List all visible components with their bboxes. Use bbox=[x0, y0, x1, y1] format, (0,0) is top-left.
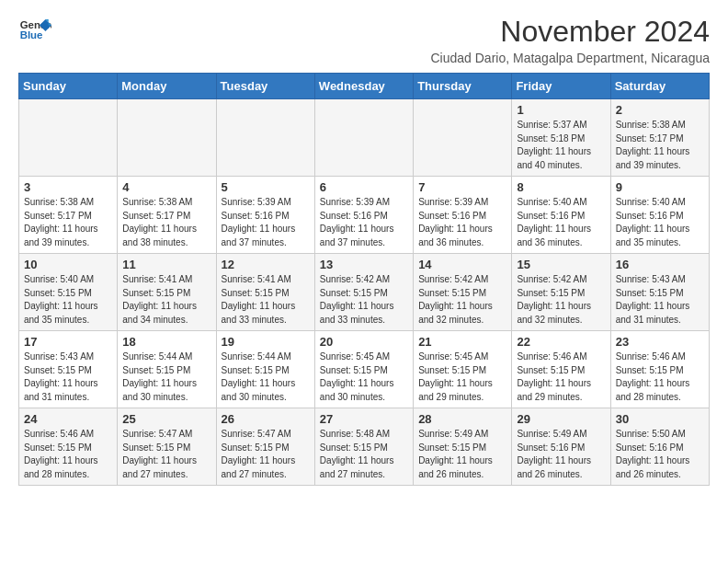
day-info: Sunrise: 5:42 AM Sunset: 5:15 PM Dayligh… bbox=[418, 273, 506, 327]
day-number: 29 bbox=[517, 412, 605, 426]
title-block: November 2024 Ciudad Dario, Matagalpa De… bbox=[431, 15, 711, 65]
day-info: Sunrise: 5:47 AM Sunset: 5:15 PM Dayligh… bbox=[122, 428, 210, 481]
calendar-cell: 21Sunrise: 5:45 AM Sunset: 5:15 PM Dayli… bbox=[414, 331, 512, 408]
day-number: 18 bbox=[122, 335, 210, 349]
day-info: Sunrise: 5:49 AM Sunset: 5:15 PM Dayligh… bbox=[418, 428, 506, 481]
calendar-cell: 8Sunrise: 5:40 AM Sunset: 5:16 PM Daylig… bbox=[512, 177, 610, 254]
calendar-body: 1Sunrise: 5:37 AM Sunset: 5:18 PM Daylig… bbox=[19, 99, 710, 486]
day-info: Sunrise: 5:39 AM Sunset: 5:16 PM Dayligh… bbox=[320, 196, 408, 249]
day-info: Sunrise: 5:38 AM Sunset: 5:17 PM Dayligh… bbox=[122, 196, 210, 249]
day-info: Sunrise: 5:40 AM Sunset: 5:16 PM Dayligh… bbox=[616, 196, 704, 249]
logo-icon: General Blue bbox=[18, 15, 51, 48]
day-info: Sunrise: 5:42 AM Sunset: 5:15 PM Dayligh… bbox=[320, 273, 408, 327]
calendar-cell: 13Sunrise: 5:42 AM Sunset: 5:15 PM Dayli… bbox=[314, 254, 413, 331]
logo: General Blue bbox=[18, 15, 55, 48]
header-row: Sunday Monday Tuesday Wednesday Thursday… bbox=[19, 74, 710, 99]
day-number: 3 bbox=[24, 180, 112, 194]
col-tuesday: Tuesday bbox=[216, 74, 314, 99]
day-info: Sunrise: 5:37 AM Sunset: 5:18 PM Dayligh… bbox=[517, 119, 605, 172]
calendar-cell: 30Sunrise: 5:50 AM Sunset: 5:16 PM Dayli… bbox=[610, 408, 709, 486]
col-wednesday: Wednesday bbox=[314, 74, 413, 99]
day-info: Sunrise: 5:45 AM Sunset: 5:15 PM Dayligh… bbox=[320, 350, 408, 404]
calendar-cell: 20Sunrise: 5:45 AM Sunset: 5:15 PM Dayli… bbox=[314, 331, 413, 408]
calendar-cell: 14Sunrise: 5:42 AM Sunset: 5:15 PM Dayli… bbox=[414, 254, 512, 331]
calendar-cell: 6Sunrise: 5:39 AM Sunset: 5:16 PM Daylig… bbox=[314, 177, 413, 254]
day-info: Sunrise: 5:39 AM Sunset: 5:16 PM Dayligh… bbox=[418, 196, 506, 249]
calendar-cell bbox=[314, 99, 413, 177]
calendar-cell: 28Sunrise: 5:49 AM Sunset: 5:15 PM Dayli… bbox=[414, 408, 512, 486]
day-number: 12 bbox=[222, 258, 310, 271]
day-info: Sunrise: 5:44 AM Sunset: 5:15 PM Dayligh… bbox=[222, 350, 310, 404]
day-number: 4 bbox=[122, 180, 210, 194]
day-number: 2 bbox=[616, 103, 704, 117]
calendar-cell bbox=[414, 99, 512, 177]
day-number: 11 bbox=[122, 258, 210, 271]
day-info: Sunrise: 5:46 AM Sunset: 5:15 PM Dayligh… bbox=[517, 350, 605, 404]
day-info: Sunrise: 5:43 AM Sunset: 5:15 PM Dayligh… bbox=[24, 350, 112, 404]
day-number: 19 bbox=[222, 335, 310, 349]
day-info: Sunrise: 5:48 AM Sunset: 5:15 PM Dayligh… bbox=[320, 428, 408, 481]
day-number: 15 bbox=[517, 258, 605, 271]
calendar-cell: 22Sunrise: 5:46 AM Sunset: 5:15 PM Dayli… bbox=[512, 331, 610, 408]
day-info: Sunrise: 5:38 AM Sunset: 5:17 PM Dayligh… bbox=[24, 196, 112, 249]
day-number: 25 bbox=[122, 412, 210, 426]
calendar-week-1: 1Sunrise: 5:37 AM Sunset: 5:18 PM Daylig… bbox=[19, 99, 710, 177]
calendar-week-5: 24Sunrise: 5:46 AM Sunset: 5:15 PM Dayli… bbox=[19, 408, 710, 486]
day-number: 14 bbox=[418, 258, 506, 271]
day-info: Sunrise: 5:50 AM Sunset: 5:16 PM Dayligh… bbox=[616, 428, 704, 481]
calendar-cell: 1Sunrise: 5:37 AM Sunset: 5:18 PM Daylig… bbox=[512, 99, 610, 177]
day-number: 30 bbox=[616, 412, 704, 426]
day-number: 24 bbox=[24, 412, 112, 426]
day-number: 22 bbox=[517, 335, 605, 349]
calendar-cell: 15Sunrise: 5:42 AM Sunset: 5:15 PM Dayli… bbox=[512, 254, 610, 331]
calendar-cell: 4Sunrise: 5:38 AM Sunset: 5:17 PM Daylig… bbox=[118, 177, 216, 254]
day-number: 1 bbox=[517, 103, 605, 117]
day-info: Sunrise: 5:42 AM Sunset: 5:15 PM Dayligh… bbox=[517, 273, 605, 327]
calendar-cell: 17Sunrise: 5:43 AM Sunset: 5:15 PM Dayli… bbox=[19, 331, 118, 408]
day-info: Sunrise: 5:41 AM Sunset: 5:15 PM Dayligh… bbox=[222, 273, 310, 327]
day-number: 26 bbox=[222, 412, 310, 426]
calendar-cell: 11Sunrise: 5:41 AM Sunset: 5:15 PM Dayli… bbox=[118, 254, 216, 331]
calendar-cell: 29Sunrise: 5:49 AM Sunset: 5:16 PM Dayli… bbox=[512, 408, 610, 486]
calendar-week-2: 3Sunrise: 5:38 AM Sunset: 5:17 PM Daylig… bbox=[19, 177, 710, 254]
calendar-cell: 18Sunrise: 5:44 AM Sunset: 5:15 PM Dayli… bbox=[118, 331, 216, 408]
calendar-cell bbox=[19, 99, 118, 177]
day-info: Sunrise: 5:38 AM Sunset: 5:17 PM Dayligh… bbox=[616, 119, 704, 172]
subtitle: Ciudad Dario, Matagalpa Department, Nica… bbox=[431, 51, 711, 65]
day-number: 17 bbox=[24, 335, 112, 349]
calendar-cell: 27Sunrise: 5:48 AM Sunset: 5:15 PM Dayli… bbox=[314, 408, 413, 486]
col-sunday: Sunday bbox=[19, 74, 118, 99]
header: General Blue November 2024 Ciudad Dario,… bbox=[18, 15, 710, 65]
calendar-cell: 12Sunrise: 5:41 AM Sunset: 5:15 PM Dayli… bbox=[216, 254, 314, 331]
day-number: 20 bbox=[320, 335, 408, 349]
calendar-cell: 10Sunrise: 5:40 AM Sunset: 5:15 PM Dayli… bbox=[19, 254, 118, 331]
day-number: 9 bbox=[616, 180, 704, 194]
day-number: 5 bbox=[222, 180, 310, 194]
calendar-cell: 7Sunrise: 5:39 AM Sunset: 5:16 PM Daylig… bbox=[414, 177, 512, 254]
day-info: Sunrise: 5:39 AM Sunset: 5:16 PM Dayligh… bbox=[222, 196, 310, 249]
calendar-cell bbox=[118, 99, 216, 177]
calendar-cell: 9Sunrise: 5:40 AM Sunset: 5:16 PM Daylig… bbox=[610, 177, 709, 254]
calendar-cell: 25Sunrise: 5:47 AM Sunset: 5:15 PM Dayli… bbox=[118, 408, 216, 486]
day-number: 27 bbox=[320, 412, 408, 426]
calendar-cell: 5Sunrise: 5:39 AM Sunset: 5:16 PM Daylig… bbox=[216, 177, 314, 254]
day-info: Sunrise: 5:40 AM Sunset: 5:16 PM Dayligh… bbox=[517, 196, 605, 249]
calendar: Sunday Monday Tuesday Wednesday Thursday… bbox=[18, 73, 710, 486]
calendar-week-3: 10Sunrise: 5:40 AM Sunset: 5:15 PM Dayli… bbox=[19, 254, 710, 331]
svg-text:Blue: Blue bbox=[20, 29, 43, 40]
calendar-cell: 16Sunrise: 5:43 AM Sunset: 5:15 PM Dayli… bbox=[610, 254, 709, 331]
col-thursday: Thursday bbox=[414, 74, 512, 99]
day-number: 16 bbox=[616, 258, 704, 271]
day-info: Sunrise: 5:46 AM Sunset: 5:15 PM Dayligh… bbox=[616, 350, 704, 404]
day-number: 23 bbox=[616, 335, 704, 349]
calendar-cell: 2Sunrise: 5:38 AM Sunset: 5:17 PM Daylig… bbox=[610, 99, 709, 177]
day-info: Sunrise: 5:43 AM Sunset: 5:15 PM Dayligh… bbox=[616, 273, 704, 327]
day-info: Sunrise: 5:46 AM Sunset: 5:15 PM Dayligh… bbox=[24, 428, 112, 481]
day-info: Sunrise: 5:41 AM Sunset: 5:15 PM Dayligh… bbox=[122, 273, 210, 327]
day-info: Sunrise: 5:49 AM Sunset: 5:16 PM Dayligh… bbox=[517, 428, 605, 481]
day-number: 21 bbox=[418, 335, 506, 349]
calendar-cell: 3Sunrise: 5:38 AM Sunset: 5:17 PM Daylig… bbox=[19, 177, 118, 254]
day-info: Sunrise: 5:40 AM Sunset: 5:15 PM Dayligh… bbox=[24, 273, 112, 327]
day-info: Sunrise: 5:47 AM Sunset: 5:15 PM Dayligh… bbox=[222, 428, 310, 481]
day-info: Sunrise: 5:45 AM Sunset: 5:15 PM Dayligh… bbox=[418, 350, 506, 404]
